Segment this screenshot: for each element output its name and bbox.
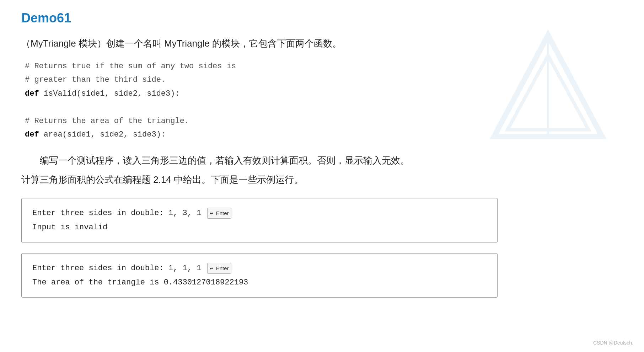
sample2-line2: The area of the triangle is 0.4330127018… bbox=[32, 276, 487, 290]
sample-box-1: Enter three sides in double: 1, 3, 1 ↵ E… bbox=[21, 198, 498, 242]
sample1-line2: Input is invalid bbox=[32, 220, 487, 235]
code-line-6: def area(side1, side2, side3): bbox=[25, 128, 623, 142]
code-line-5: # Returns the area of the triangle. bbox=[25, 114, 623, 128]
body-text-1: 编写一个测试程序，读入三角形三边的值，若输入有效则计算面积。否则，显示输入无效。 bbox=[21, 153, 623, 168]
enter-badge-1: ↵ Enter bbox=[207, 208, 231, 219]
body-text-2: 计算三角形面积的公式在编程题 2.14 中给出。下面是一些示例运行。 bbox=[21, 172, 623, 187]
code-line-blank bbox=[25, 101, 623, 114]
page-title: Demo61 bbox=[21, 11, 623, 26]
code-line-1: # Returns true if the sum of any two sid… bbox=[25, 60, 623, 74]
sample-box-2: Enter three sides in double: 1, 1, 1 ↵ E… bbox=[21, 253, 498, 298]
code-line-3: def isValid(side1, side2, side3): bbox=[25, 87, 623, 101]
sample2-line1: Enter three sides in double: 1, 1, 1 ↵ E… bbox=[32, 261, 487, 276]
code-block: # Returns true if the sum of any two sid… bbox=[21, 60, 623, 142]
enter-badge-2: ↵ Enter bbox=[207, 263, 231, 274]
code-line-2: # greater than the third side. bbox=[25, 73, 623, 87]
module-description: （MyTriangle 模块）创建一个名叫 MyTriangle 的模块，它包含… bbox=[21, 36, 623, 51]
sample1-line1: Enter three sides in double: 1, 3, 1 ↵ E… bbox=[32, 206, 487, 220]
footer-text: CSDN @Deutsch. bbox=[593, 340, 633, 346]
